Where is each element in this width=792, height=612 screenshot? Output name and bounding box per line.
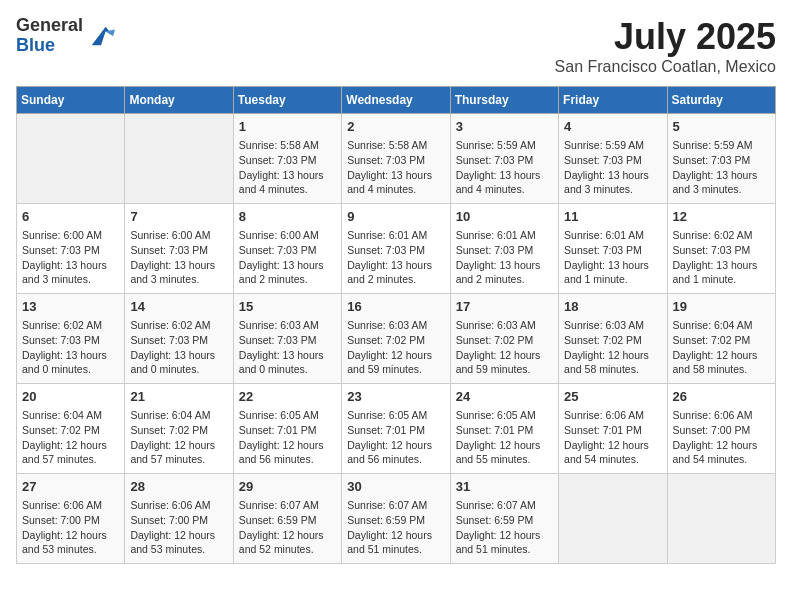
day-info: Sunrise: 6:06 AMSunset: 7:00 PMDaylight:… xyxy=(130,498,227,557)
day-number: 14 xyxy=(130,298,227,316)
day-info: Sunrise: 6:04 AMSunset: 7:02 PMDaylight:… xyxy=(673,318,770,377)
day-info: Sunrise: 6:06 AMSunset: 7:00 PMDaylight:… xyxy=(673,408,770,467)
week-row-2: 6Sunrise: 6:00 AMSunset: 7:03 PMDaylight… xyxy=(17,204,776,294)
day-info: Sunrise: 5:59 AMSunset: 7:03 PMDaylight:… xyxy=(564,138,661,197)
day-info: Sunrise: 6:00 AMSunset: 7:03 PMDaylight:… xyxy=(22,228,119,287)
calendar-cell: 31Sunrise: 6:07 AMSunset: 6:59 PMDayligh… xyxy=(450,474,558,564)
day-info: Sunrise: 6:02 AMSunset: 7:03 PMDaylight:… xyxy=(22,318,119,377)
week-row-4: 20Sunrise: 6:04 AMSunset: 7:02 PMDayligh… xyxy=(17,384,776,474)
day-info: Sunrise: 6:03 AMSunset: 7:02 PMDaylight:… xyxy=(564,318,661,377)
day-info: Sunrise: 6:01 AMSunset: 7:03 PMDaylight:… xyxy=(347,228,444,287)
day-number: 10 xyxy=(456,208,553,226)
calendar-cell: 9Sunrise: 6:01 AMSunset: 7:03 PMDaylight… xyxy=(342,204,450,294)
calendar-cell: 6Sunrise: 6:00 AMSunset: 7:03 PMDaylight… xyxy=(17,204,125,294)
calendar-cell: 8Sunrise: 6:00 AMSunset: 7:03 PMDaylight… xyxy=(233,204,341,294)
day-number: 31 xyxy=(456,478,553,496)
day-info: Sunrise: 6:07 AMSunset: 6:59 PMDaylight:… xyxy=(456,498,553,557)
logo-text: General Blue xyxy=(16,16,83,56)
calendar-cell: 21Sunrise: 6:04 AMSunset: 7:02 PMDayligh… xyxy=(125,384,233,474)
calendar-cell: 5Sunrise: 5:59 AMSunset: 7:03 PMDaylight… xyxy=(667,114,775,204)
day-number: 5 xyxy=(673,118,770,136)
calendar-cell xyxy=(667,474,775,564)
subtitle: San Francisco Coatlan, Mexico xyxy=(555,58,776,76)
day-info: Sunrise: 6:05 AMSunset: 7:01 PMDaylight:… xyxy=(456,408,553,467)
calendar-cell: 26Sunrise: 6:06 AMSunset: 7:00 PMDayligh… xyxy=(667,384,775,474)
page-header: General Blue July 2025 San Francisco Coa… xyxy=(16,16,776,76)
week-row-5: 27Sunrise: 6:06 AMSunset: 7:00 PMDayligh… xyxy=(17,474,776,564)
day-number: 21 xyxy=(130,388,227,406)
day-info: Sunrise: 6:01 AMSunset: 7:03 PMDaylight:… xyxy=(564,228,661,287)
calendar-cell: 29Sunrise: 6:07 AMSunset: 6:59 PMDayligh… xyxy=(233,474,341,564)
header-cell-saturday: Saturday xyxy=(667,87,775,114)
day-number: 9 xyxy=(347,208,444,226)
calendar-cell: 14Sunrise: 6:02 AMSunset: 7:03 PMDayligh… xyxy=(125,294,233,384)
day-number: 25 xyxy=(564,388,661,406)
day-info: Sunrise: 6:00 AMSunset: 7:03 PMDaylight:… xyxy=(239,228,336,287)
calendar-cell: 30Sunrise: 6:07 AMSunset: 6:59 PMDayligh… xyxy=(342,474,450,564)
day-number: 1 xyxy=(239,118,336,136)
logo-blue: Blue xyxy=(16,36,83,56)
svg-marker-0 xyxy=(92,26,113,45)
calendar-cell: 11Sunrise: 6:01 AMSunset: 7:03 PMDayligh… xyxy=(559,204,667,294)
header-cell-friday: Friday xyxy=(559,87,667,114)
day-info: Sunrise: 6:02 AMSunset: 7:03 PMDaylight:… xyxy=(673,228,770,287)
day-info: Sunrise: 6:03 AMSunset: 7:02 PMDaylight:… xyxy=(347,318,444,377)
day-number: 17 xyxy=(456,298,553,316)
title-section: July 2025 San Francisco Coatlan, Mexico xyxy=(555,16,776,76)
calendar-cell: 19Sunrise: 6:04 AMSunset: 7:02 PMDayligh… xyxy=(667,294,775,384)
day-number: 22 xyxy=(239,388,336,406)
header-cell-monday: Monday xyxy=(125,87,233,114)
calendar-cell: 4Sunrise: 5:59 AMSunset: 7:03 PMDaylight… xyxy=(559,114,667,204)
calendar-cell: 17Sunrise: 6:03 AMSunset: 7:02 PMDayligh… xyxy=(450,294,558,384)
day-number: 12 xyxy=(673,208,770,226)
logo-general: General xyxy=(16,16,83,36)
day-info: Sunrise: 5:59 AMSunset: 7:03 PMDaylight:… xyxy=(673,138,770,197)
day-number: 23 xyxy=(347,388,444,406)
day-info: Sunrise: 5:59 AMSunset: 7:03 PMDaylight:… xyxy=(456,138,553,197)
calendar-cell xyxy=(125,114,233,204)
calendar-cell: 16Sunrise: 6:03 AMSunset: 7:02 PMDayligh… xyxy=(342,294,450,384)
day-number: 16 xyxy=(347,298,444,316)
day-number: 29 xyxy=(239,478,336,496)
day-number: 15 xyxy=(239,298,336,316)
day-number: 3 xyxy=(456,118,553,136)
day-info: Sunrise: 6:03 AMSunset: 7:03 PMDaylight:… xyxy=(239,318,336,377)
day-number: 24 xyxy=(456,388,553,406)
day-info: Sunrise: 5:58 AMSunset: 7:03 PMDaylight:… xyxy=(347,138,444,197)
day-number: 20 xyxy=(22,388,119,406)
day-info: Sunrise: 6:04 AMSunset: 7:02 PMDaylight:… xyxy=(130,408,227,467)
day-info: Sunrise: 6:06 AMSunset: 7:01 PMDaylight:… xyxy=(564,408,661,467)
day-number: 27 xyxy=(22,478,119,496)
day-info: Sunrise: 6:02 AMSunset: 7:03 PMDaylight:… xyxy=(130,318,227,377)
calendar-cell: 18Sunrise: 6:03 AMSunset: 7:02 PMDayligh… xyxy=(559,294,667,384)
calendar-cell: 13Sunrise: 6:02 AMSunset: 7:03 PMDayligh… xyxy=(17,294,125,384)
day-info: Sunrise: 6:05 AMSunset: 7:01 PMDaylight:… xyxy=(347,408,444,467)
day-number: 13 xyxy=(22,298,119,316)
calendar-cell: 25Sunrise: 6:06 AMSunset: 7:01 PMDayligh… xyxy=(559,384,667,474)
logo-icon xyxy=(87,22,115,50)
calendar-cell: 24Sunrise: 6:05 AMSunset: 7:01 PMDayligh… xyxy=(450,384,558,474)
day-info: Sunrise: 6:03 AMSunset: 7:02 PMDaylight:… xyxy=(456,318,553,377)
calendar-cell: 7Sunrise: 6:00 AMSunset: 7:03 PMDaylight… xyxy=(125,204,233,294)
calendar-table: SundayMondayTuesdayWednesdayThursdayFrid… xyxy=(16,86,776,564)
calendar-cell xyxy=(17,114,125,204)
day-info: Sunrise: 6:00 AMSunset: 7:03 PMDaylight:… xyxy=(130,228,227,287)
day-number: 19 xyxy=(673,298,770,316)
day-number: 28 xyxy=(130,478,227,496)
calendar-cell: 28Sunrise: 6:06 AMSunset: 7:00 PMDayligh… xyxy=(125,474,233,564)
header-cell-wednesday: Wednesday xyxy=(342,87,450,114)
day-number: 26 xyxy=(673,388,770,406)
day-number: 4 xyxy=(564,118,661,136)
day-number: 30 xyxy=(347,478,444,496)
day-info: Sunrise: 6:07 AMSunset: 6:59 PMDaylight:… xyxy=(239,498,336,557)
calendar-cell: 20Sunrise: 6:04 AMSunset: 7:02 PMDayligh… xyxy=(17,384,125,474)
day-info: Sunrise: 6:05 AMSunset: 7:01 PMDaylight:… xyxy=(239,408,336,467)
calendar-cell xyxy=(559,474,667,564)
day-info: Sunrise: 6:07 AMSunset: 6:59 PMDaylight:… xyxy=(347,498,444,557)
calendar-cell: 23Sunrise: 6:05 AMSunset: 7:01 PMDayligh… xyxy=(342,384,450,474)
header-cell-sunday: Sunday xyxy=(17,87,125,114)
day-number: 8 xyxy=(239,208,336,226)
calendar-cell: 2Sunrise: 5:58 AMSunset: 7:03 PMDaylight… xyxy=(342,114,450,204)
calendar-cell: 15Sunrise: 6:03 AMSunset: 7:03 PMDayligh… xyxy=(233,294,341,384)
header-cell-thursday: Thursday xyxy=(450,87,558,114)
